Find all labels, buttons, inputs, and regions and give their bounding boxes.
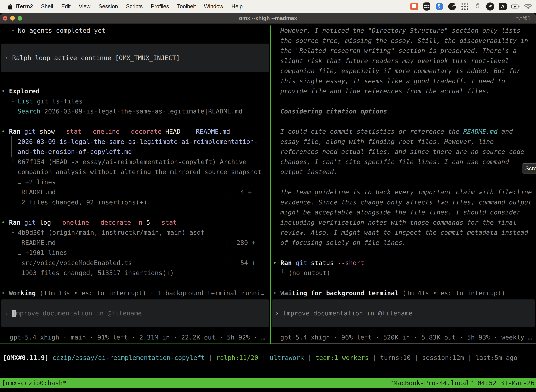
menu-item-iterm2[interactable]: iTerm2 <box>15 3 33 10</box>
terminal-line: evidence. Since this change only affects… <box>271 197 536 207</box>
terminal-line: review. Also, I might want to inspect th… <box>271 227 536 238</box>
right-prompt-text: › Improve documentation in @filename <box>274 308 412 318</box>
shield-grid-icon[interactable] <box>423 2 431 10</box>
terminal-line: output instead. <box>271 167 536 177</box>
terminal-line: gpt-5.4 xhigh · main · 91% left · 2.31M … <box>0 332 270 342</box>
left-prompt-text: › Improve documentation in @filename <box>3 308 142 318</box>
terminal-line: companion analysis without altering the … <box>0 167 270 177</box>
dots-grid-icon[interactable] <box>461 2 469 10</box>
left-prompt-input[interactable]: › Improve documentation in @filename <box>1 299 269 327</box>
terminal-line: [OMX#0.11.9] cczip/essay/ai-reimplementa… <box>3 353 536 363</box>
terminal-line: gpt-5.4 xhigh · 96% left · 520K in · 5.8… <box>271 332 536 342</box>
queued-message-box: › Ralph loop active continue [OMX_TMUX_I… <box>1 44 269 72</box>
terminal-line: • Ran git status --short <box>271 258 536 268</box>
right-pane-bottom-border <box>271 344 536 344</box>
claude-icon[interactable] <box>448 2 456 10</box>
terminal-line: › Ralph loop active continue [OMX_TMUX_I… <box>3 53 180 63</box>
terminal-line: └ 4b9d30f (origin/main, instructkr/main,… <box>0 227 270 238</box>
terminal-line: • Working (11m 13s • esc to interrupt) ·… <box>0 288 270 298</box>
terminal-line: However, I noticed the "Directory Struct… <box>271 25 536 36</box>
a-tile-icon[interactable]: A <box>499 2 507 10</box>
menu-items: iTerm2ShellEditViewSessionScriptsProfile… <box>15 3 243 10</box>
wifi-icon[interactable] <box>524 2 532 10</box>
tmux-status-bar: [omx-cczip0:bash* "MacBook-Pro-44.local"… <box>0 378 536 387</box>
terminal-line: might be acceptable alongside the file l… <box>271 207 536 217</box>
menu-status-icons: ..61 A <box>410 2 536 10</box>
percent-badge-icon[interactable]: ..61 <box>486 2 494 10</box>
right-pane-lines: However, I noticed the "Directory Struct… <box>271 25 536 298</box>
squiggle-icon[interactable] <box>474 2 482 10</box>
terminal-line: The team guideline is to back every impo… <box>271 187 536 197</box>
blue-bolt-icon[interactable] <box>436 2 444 10</box>
terminal-line: 2026-03-09-is-legal-the-same-as-legitima… <box>0 137 270 147</box>
queued-message: › Ralph loop active continue [OMX_TMUX_I… <box>3 53 180 63</box>
menu-item-shell[interactable]: Shell <box>41 3 53 10</box>
iterm2-window: omx --xhigh --madmax ⌥⌘1 └ No agents com… <box>0 13 536 392</box>
menu-item-view[interactable]: View <box>79 3 91 10</box>
left-model-status: gpt-5.4 xhigh · main · 91% left · 2.31M … <box>0 332 270 342</box>
apple-menu-icon[interactable] <box>8 4 13 9</box>
terminal-line: • Explored <box>0 86 270 96</box>
terminal-line: this single essay, it seems like a good … <box>271 76 536 86</box>
terminal-line: src/voice/voiceModeEnabled.ts| 54 + <box>0 258 270 268</box>
terminal-line: … +1901 lines <box>0 248 270 258</box>
terminal-line: of focusing solely on file lines. <box>271 238 536 248</box>
tmux-host-clock: "MacBook-Pro-44.local" 04:52 31-Mar-26 <box>390 379 535 387</box>
terminal-line: and-the-erosion-of-copyleft.md <box>0 147 270 157</box>
terminal-line: └ No agents completed yet <box>0 25 270 36</box>
screen: iTerm2ShellEditViewSessionScriptsProfile… <box>0 0 536 392</box>
menu-item-session[interactable]: Session <box>98 3 118 10</box>
terminal-line: 1903 files changed, 513517 insertions(+) <box>0 268 270 278</box>
right-model-status: gpt-5.4 xhigh · 96% left · 520K in · 5.8… <box>271 332 536 342</box>
terminal-line: companion file, especially if more comme… <box>271 66 536 76</box>
menu-item-window[interactable]: Window <box>204 3 223 10</box>
menu-item-toolbelt[interactable]: Toolbelt <box>177 3 196 10</box>
terminal-line: the source tree, missing the essay. Stil… <box>271 36 536 46</box>
menu-item-help[interactable]: Help <box>231 3 243 10</box>
omx-status-line: [OMX#0.11.9] cczip/essay/ai-reimplementa… <box>3 353 536 363</box>
tmux-session-window: [omx-cczip0:bash* <box>2 379 67 387</box>
terminal-line: Search 2026-03-09-is-legal-the-same-as-l… <box>0 106 270 117</box>
right-terminal-pane[interactable]: However, I noticed the "Directory Struct… <box>271 25 536 344</box>
terminal-line: • Ran git show --stat --oneline --decora… <box>0 126 270 137</box>
terminal-line: › Improve documentation in @filename <box>274 308 412 318</box>
terminal-line: • Waiting for background terminal (1m 41… <box>271 288 536 298</box>
window-title: omx --xhigh --madmax <box>0 13 536 23</box>
menu-item-edit[interactable]: Edit <box>61 3 71 10</box>
terminal-line: Considering citation options <box>271 106 536 117</box>
left-pane-bottom-border <box>0 344 271 344</box>
terminal-line: slight risk that future readers may over… <box>271 56 536 66</box>
terminal-line: README.md| 4 + <box>0 187 270 197</box>
terminal-line: changes, I can't cite specific file line… <box>271 157 536 167</box>
terminal-line: including verification notes with those … <box>271 217 536 228</box>
terminal-line: I could cite commit statistics or refere… <box>271 126 536 137</box>
macos-menu-bar: iTerm2ShellEditViewSessionScriptsProfile… <box>0 0 536 13</box>
terminal-line: • Ran git log --oneline --decorate -n 5 … <box>0 217 270 228</box>
terminal-line: README.md| 280 + <box>0 238 270 248</box>
terminal-line: provide file and line references from th… <box>271 86 536 96</box>
window-shortcut-badge: ⌥⌘1 <box>516 13 531 23</box>
terminal-line: › Improve documentation in @filename <box>3 308 142 318</box>
window-titlebar[interactable]: omx --xhigh --madmax ⌥⌘1 <box>0 13 536 23</box>
terminal-line: └ List git ls-files <box>0 96 270 107</box>
menu-item-profiles[interactable]: Profiles <box>151 3 169 10</box>
terminal-line: 2 files changed, 92 insertions(+) <box>0 197 270 207</box>
screen-tooltip: Scre <box>522 163 536 173</box>
terminal-line: the "Related research writing" section i… <box>271 46 536 56</box>
battery-icon[interactable] <box>511 2 519 10</box>
terminal-line: … +2 lines <box>0 177 270 187</box>
right-prompt-input[interactable]: › Improve documentation in @filename <box>272 299 535 327</box>
terminal-line: references need actual files, and since … <box>271 147 536 157</box>
terminal-line: └ (no output) <box>271 268 536 278</box>
terminal-line: essay file, along with finding root file… <box>271 137 536 147</box>
left-terminal-pane[interactable]: └ No agents completed yet• Explored└ Lis… <box>0 25 270 344</box>
menu-item-scripts[interactable]: Scripts <box>126 3 143 10</box>
terminal-line: └ 067f154 (HEAD -> essay/ai-reimplementa… <box>0 157 270 167</box>
chat-icon[interactable] <box>410 2 418 10</box>
